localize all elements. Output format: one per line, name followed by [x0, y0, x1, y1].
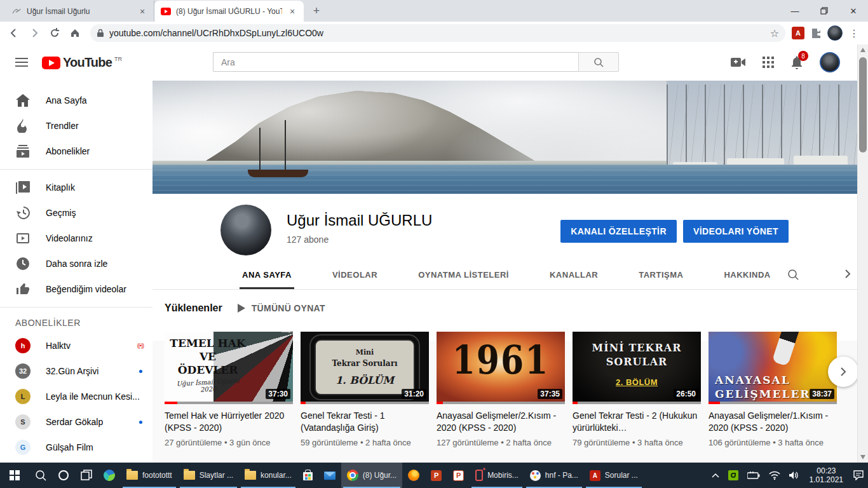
sidebar-item-library[interactable]: Kitaplık — [0, 175, 153, 200]
volume-tray-button[interactable] — [785, 463, 804, 488]
cortana-button[interactable] — [52, 463, 75, 488]
banner-sailboat — [248, 170, 308, 177]
mail-button[interactable] — [318, 463, 341, 488]
powerpoint-button[interactable]: P — [425, 463, 447, 488]
scroll-up-arrow-icon[interactable] — [860, 48, 865, 52]
tab-videolar[interactable]: VİDEOLAR — [332, 260, 377, 289]
sidebar-item-subscriptions[interactable]: Abonelikler — [0, 139, 153, 164]
minimize-button[interactable]: — — [780, 0, 810, 22]
sidebar-item-liked-videos[interactable]: Beğendiğim videolar — [0, 276, 153, 302]
subscription-serdar[interactable]: S Serdar Gökalp — [0, 409, 153, 435]
nvidia-tray-button[interactable] — [724, 463, 743, 488]
powerpoint-alt-button[interactable]: P — [447, 463, 470, 488]
folder-slaytlar[interactable]: Slaytlar ... — [178, 463, 239, 488]
sidebar-item-home[interactable]: Ana Sayfa — [0, 88, 153, 113]
tab-oynatma-listeleri[interactable]: OYNATMA LİSTELERİ — [418, 260, 509, 289]
channel-avatar[interactable] — [220, 205, 271, 255]
address-bar[interactable]: youtube.com/channel/UCrRhDhxDSpLunyLzl6U… — [90, 24, 785, 42]
scrollbar-thumb[interactable] — [859, 57, 867, 152]
play-all-button[interactable]: TÜMÜNÜ OYNAT — [238, 303, 325, 313]
back-button[interactable] — [5, 24, 23, 42]
page-scrollbar[interactable] — [857, 44, 868, 463]
folder-konular[interactable]: konular... — [239, 463, 297, 488]
browser-tab-2-active[interactable]: (8) Uğur İsmail UĞURLU - YouTub × — [154, 1, 304, 22]
extensions-puzzle-icon[interactable] — [807, 24, 825, 42]
forward-button[interactable] — [25, 24, 43, 42]
taskbar-clock[interactable]: 00:23 1.01.2021 — [804, 463, 849, 488]
taskbar-search-button[interactable] — [29, 463, 52, 488]
search-input[interactable] — [213, 52, 578, 72]
tab-hakkinda[interactable]: HAKKINDA — [724, 260, 770, 289]
video-thumbnail[interactable]: ANAYASAL GELİŞMELER 38:37 — [709, 332, 837, 404]
notifications-bell[interactable]: 8 — [790, 55, 803, 69]
video-title[interactable]: Anayasal Gelişmeler/2.Kısım - 2020 (KPSS… — [437, 410, 565, 434]
youtube-logo[interactable]: YouTube TR — [42, 55, 122, 70]
search-button[interactable] — [578, 52, 619, 72]
video-thumbnail[interactable]: MİNİ TEKRAR SORULAR 2. BÖLÜM 26:50 — [573, 332, 701, 404]
tab-close-icon[interactable]: × — [137, 6, 147, 17]
sidebar-item-history[interactable]: Geçmiş — [0, 200, 153, 226]
home-icon — [15, 94, 31, 107]
tabs-scroll-right-icon[interactable] — [842, 268, 853, 280]
browser-menu-icon[interactable]: ⋮ — [845, 27, 863, 39]
tab-ana-sayfa[interactable]: ANA SAYFA — [242, 260, 292, 289]
refresh-button[interactable] — [46, 24, 64, 42]
subscriptions-icon — [15, 145, 31, 158]
restore-button[interactable] — [810, 0, 839, 22]
chrome-taskbar-button[interactable]: (8) Uğur... — [341, 463, 402, 488]
paint-palette-icon — [530, 470, 541, 481]
channel-name: Gülşah Film — [46, 442, 153, 452]
new-tab-button[interactable]: + — [308, 2, 325, 20]
video-thumbnail[interactable]: 1961 37:35 — [437, 332, 565, 404]
edge-button[interactable] — [98, 463, 121, 488]
bookmark-star-icon[interactable]: ☆ — [770, 27, 779, 39]
home-button[interactable] — [66, 24, 84, 42]
sidebar-item-watch-later[interactable]: Daha sonra izle — [0, 251, 153, 276]
manage-videos-button[interactable]: VİDEOLARI YÖNET — [683, 220, 789, 243]
video-thumbnail[interactable]: Mini Tekrar Soruları 1. BÖLÜM 31:20 — [301, 332, 429, 404]
video-card: 1961 37:35 Anayasal Gelişmeler/2.Kısım -… — [437, 332, 565, 447]
mobirise-button[interactable]: Mobiris... — [470, 463, 524, 488]
tab-title: Uğur İsmail Uğurlu — [27, 7, 132, 16]
action-center-button[interactable] — [849, 463, 868, 488]
tab-tartisma[interactable]: TARTIŞMA — [639, 260, 683, 289]
sidebar-item-your-videos[interactable]: Videolarınız — [0, 226, 153, 251]
wifi-tray-button[interactable] — [764, 463, 785, 488]
pdf-document-button[interactable]: ASorular ... — [584, 463, 644, 488]
subscription-halktv[interactable]: h Halktv ((•)) — [0, 333, 153, 358]
start-button[interactable] — [0, 463, 29, 488]
sidebar-item-trending[interactable]: Trendler — [0, 113, 153, 139]
browser-tab-1[interactable]: Uğur İsmail Uğurlu × — [5, 1, 154, 22]
paint-button[interactable]: hnf - Pa... — [524, 463, 584, 488]
subscription-gulsah[interactable]: G Gülşah Film — [0, 435, 153, 460]
carousel-next-button[interactable] — [828, 356, 858, 387]
task-view-button[interactable] — [75, 463, 98, 488]
folder-foototottt[interactable]: foototottt — [121, 463, 178, 488]
close-window-button[interactable]: ✕ — [839, 0, 868, 22]
subscription-32gun[interactable]: 32 32.Gün Arşivi — [0, 358, 153, 384]
apps-grid-icon[interactable] — [763, 57, 774, 68]
video-thumbnail[interactable]: TEMEL HAK VE ÖDEVLER Uğur İsmail Uğurlu2… — [165, 332, 293, 404]
browser-profile-avatar[interactable] — [827, 25, 843, 41]
firefox-button[interactable] — [402, 463, 425, 488]
create-video-icon[interactable] — [731, 57, 746, 68]
powerpoint-icon: P — [431, 470, 442, 481]
adobe-extension-icon[interactable]: A — [792, 27, 804, 39]
hamburger-menu-icon[interactable] — [15, 58, 28, 67]
tab-kanallar[interactable]: KANALLAR — [550, 260, 598, 289]
channel-search-icon[interactable] — [787, 269, 799, 280]
youtube-wordmark: YouTube — [63, 55, 112, 70]
store-button[interactable] — [297, 463, 318, 488]
subscription-leyla[interactable]: L Leyla ile Mecnun Kesi... — [0, 384, 153, 409]
channel-avatar: L — [15, 389, 31, 404]
tray-expand-button[interactable] — [707, 463, 724, 488]
scroll-down-arrow-icon[interactable] — [860, 455, 865, 459]
video-title[interactable]: Temel Hak ve Hürriyetler 2020 (KPSS - 20… — [165, 410, 293, 434]
video-title[interactable]: Anayasal Gelişmeler/1.Kısım - 2020 (KPSS… — [709, 410, 837, 434]
customize-channel-button[interactable]: KANALI ÖZELLEŞTİR — [560, 220, 677, 243]
battery-tray-button[interactable] — [743, 463, 764, 488]
tab-close-icon[interactable]: × — [287, 6, 297, 17]
account-avatar[interactable] — [820, 52, 840, 72]
video-title[interactable]: Genel Tekrar Testi - 2 (Hukukun yürürlük… — [573, 410, 701, 434]
video-title[interactable]: Genel Tekrar Testi - 1 (Vatandaşlığa Gir… — [301, 410, 429, 434]
